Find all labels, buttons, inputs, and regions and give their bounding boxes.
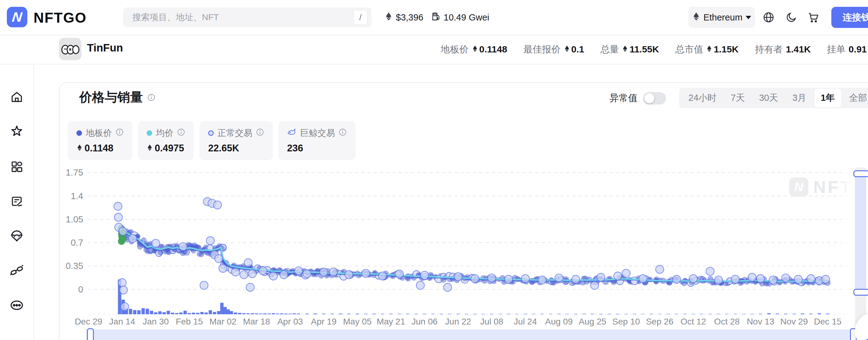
nftgo-watermark-logo-icon: N bbox=[789, 177, 808, 197]
x-tick-label: Nov 29 bbox=[780, 317, 808, 326]
eth-icon bbox=[384, 12, 393, 23]
outlier-label: 异常值 bbox=[610, 92, 638, 105]
gas-icon bbox=[431, 11, 440, 24]
home-icon bbox=[10, 91, 23, 105]
x-tick-label: Aug 09 bbox=[545, 317, 573, 326]
collection-stat: 持有者 1.41K bbox=[755, 43, 811, 56]
connect-wallet-button[interactable]: 连接钱包 bbox=[831, 7, 868, 28]
legend-label: 巨鲸交易 bbox=[300, 127, 335, 139]
x-tick-label: May 21 bbox=[376, 317, 405, 326]
range-pill-全部[interactable]: 全部 bbox=[843, 89, 868, 107]
search-box[interactable]: / bbox=[123, 7, 372, 27]
search-input[interactable] bbox=[132, 12, 353, 23]
outlier-control: 异常值 bbox=[610, 92, 666, 105]
connections-icon bbox=[10, 263, 24, 279]
stat-label: 持有者 bbox=[755, 43, 783, 56]
legend-card-均价[interactable]: 均价0.4975 bbox=[138, 121, 194, 160]
sidebar bbox=[0, 35, 34, 340]
whale-icon bbox=[287, 128, 297, 138]
dark-mode-button[interactable] bbox=[784, 11, 798, 25]
brand-wordmark[interactable]: NFTGO bbox=[34, 9, 87, 26]
sidebar-item-home[interactable] bbox=[8, 89, 26, 106]
info-icon[interactable] bbox=[116, 128, 124, 138]
collection-stat: 总量 11.55K bbox=[600, 43, 659, 56]
legend-label: 正常交易 bbox=[217, 127, 252, 139]
legend-ring-icon bbox=[208, 130, 214, 136]
stat-value: 11.55K bbox=[622, 44, 659, 55]
x-tick-label: Jan 30 bbox=[143, 317, 169, 326]
info-icon[interactable] bbox=[147, 93, 155, 101]
x-tick-label: Apr 19 bbox=[311, 317, 337, 326]
y-brush-handle-bottom[interactable] bbox=[854, 289, 868, 296]
eth-icon bbox=[76, 143, 83, 154]
x-brush-selection[interactable] bbox=[86, 330, 854, 340]
language-globe-button[interactable] bbox=[762, 11, 775, 25]
x-tick-label: Feb 15 bbox=[176, 317, 203, 326]
info-icon[interactable] bbox=[177, 128, 185, 138]
legend-label: 地板价 bbox=[86, 127, 112, 139]
eth-icon bbox=[706, 44, 712, 55]
sidebar-item-more[interactable] bbox=[8, 297, 26, 314]
eth-icon bbox=[472, 44, 478, 55]
range-pill-24小时[interactable]: 24小时 bbox=[682, 89, 723, 107]
nftgo-logo-icon[interactable]: N bbox=[7, 7, 27, 27]
dashboard-icon bbox=[10, 160, 23, 174]
x-tick-label: Mar 18 bbox=[243, 317, 270, 326]
network-name: Ethereum bbox=[703, 12, 743, 23]
sidebar-item-mint-form[interactable] bbox=[8, 193, 26, 211]
x-tick-label: Aug 25 bbox=[579, 317, 607, 326]
x-tick-label: Mar 02 bbox=[209, 317, 237, 326]
chart-right-fade bbox=[836, 166, 856, 321]
x-tick-label: May 05 bbox=[343, 317, 372, 326]
sidebar-item-dashboard[interactable] bbox=[8, 159, 26, 176]
info-icon[interactable] bbox=[256, 128, 264, 138]
x-tick-label: Oct 12 bbox=[680, 317, 706, 326]
legend-card-巨鲸交易[interactable]: 巨鲸交易236 bbox=[278, 121, 355, 160]
sidebar-item-connections[interactable] bbox=[8, 263, 26, 280]
stat-label: 最佳报价 bbox=[524, 43, 561, 56]
globe-icon bbox=[763, 11, 774, 25]
range-pill-7天[interactable]: 7天 bbox=[724, 89, 751, 107]
network-select[interactable]: Ethereum bbox=[688, 7, 755, 28]
eth-icon bbox=[692, 12, 700, 23]
x-tick-label: Nov 13 bbox=[747, 317, 774, 326]
collection-name: TinFun bbox=[87, 41, 123, 54]
sidebar-item-airdrop[interactable] bbox=[8, 228, 26, 245]
airdrop-icon bbox=[10, 229, 24, 244]
collection-avatar[interactable] bbox=[59, 38, 82, 60]
x-tick-label: Jan 14 bbox=[109, 317, 135, 326]
nftgo-page: 1.751.41.050.70.350Dec 29Jan 14Jan 30Feb… bbox=[0, 0, 868, 340]
cart-button[interactable] bbox=[806, 11, 820, 25]
chart-title: 价格与销量 bbox=[79, 89, 143, 106]
x-brush-handle-left[interactable] bbox=[87, 328, 94, 340]
collection-stat: 最佳报价 0.1 bbox=[524, 43, 584, 56]
range-pill-30天[interactable]: 30天 bbox=[753, 89, 784, 107]
y-brush-selection[interactable] bbox=[855, 173, 866, 291]
legend-dot-icon bbox=[76, 130, 82, 136]
y-brush-handle-top[interactable] bbox=[854, 170, 868, 177]
stat-value: 1.41K bbox=[786, 44, 811, 55]
outlier-toggle[interactable] bbox=[643, 92, 666, 105]
eth-icon bbox=[147, 143, 153, 154]
legend-card-正常交易[interactable]: 正常交易22.65K bbox=[199, 121, 273, 160]
sidebar-item-star[interactable] bbox=[8, 124, 26, 141]
stat-label: 挂单 bbox=[827, 43, 846, 56]
range-pill-1年[interactable]: 1年 bbox=[814, 89, 841, 107]
legend-cards: 地板价0.1148均价0.4975正常交易22.65K巨鲸交易236 bbox=[68, 121, 355, 160]
collection-bar: TinFun 地板价 0.1148 最佳报价 0.1 总量 11.55K 总市值… bbox=[0, 35, 868, 65]
x-tick-label: Jul 24 bbox=[514, 317, 537, 326]
collection-avatar-art bbox=[61, 42, 80, 56]
moon-icon bbox=[786, 12, 797, 24]
range-pill-3月[interactable]: 3月 bbox=[786, 89, 813, 107]
legend-value: 236 bbox=[287, 143, 303, 154]
eth-icon bbox=[564, 44, 570, 55]
gas-value: 10.49 Gwei bbox=[444, 12, 489, 23]
legend-card-地板价[interactable]: 地板价0.1148 bbox=[68, 121, 132, 160]
info-icon[interactable] bbox=[339, 128, 347, 138]
chevron-down-icon bbox=[746, 16, 751, 19]
more-icon bbox=[10, 298, 24, 314]
x-tick-label: Jul 08 bbox=[480, 317, 503, 326]
time-range-group: 24小时7天30天3月1年全部 bbox=[679, 88, 868, 108]
eth-price-indicator: $3,396 bbox=[384, 0, 424, 35]
stat-label: 总量 bbox=[600, 43, 619, 56]
